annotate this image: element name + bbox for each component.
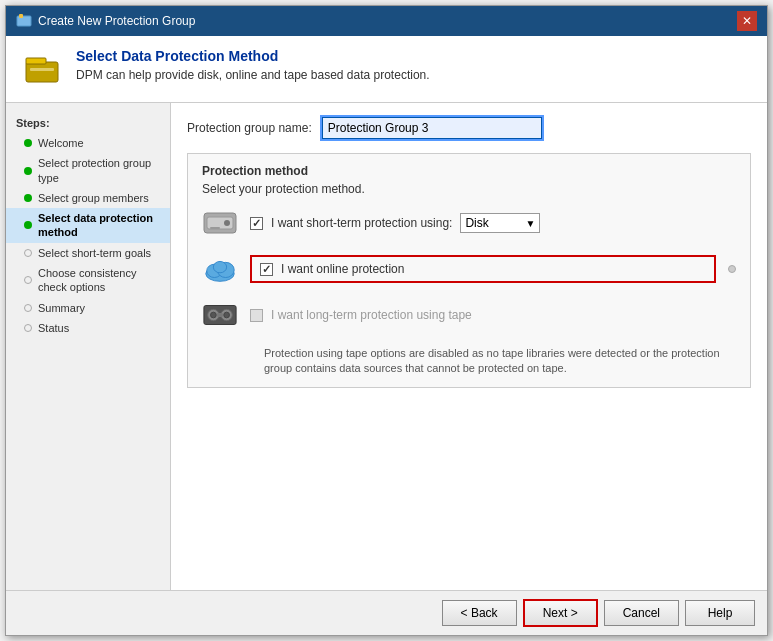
sidebar-label-select-members: Select group members	[38, 191, 160, 205]
sidebar-item-choose-consistency-check-options[interactable]: Choose consistency check options	[6, 263, 170, 298]
pm-title: Protection method	[202, 164, 736, 178]
dialog: Create New Protection Group ✕ Select Dat…	[5, 5, 768, 636]
header: Select Data Protection Method DPM can he…	[6, 36, 767, 103]
sidebar-item-status[interactable]: Status	[6, 318, 170, 338]
svg-rect-0	[17, 16, 31, 26]
protection-method-box: Protection method Select your protection…	[187, 153, 751, 388]
svg-point-15	[211, 312, 217, 318]
close-button[interactable]: ✕	[737, 11, 757, 31]
chevron-down-icon: ▼	[526, 218, 536, 229]
tape-option: I want long-term protection using tape	[202, 300, 736, 330]
dot-summary	[24, 304, 32, 312]
sidebar-label-status: Status	[38, 321, 160, 335]
tape-note: Protection using tape options are disabl…	[264, 346, 736, 377]
disk-dropdown[interactable]: Disk ▼	[460, 213, 540, 233]
main-content: Protection group name: Protection method…	[171, 103, 767, 590]
short-term-checkbox[interactable]	[250, 217, 263, 230]
short-term-option: I want short-term protection using: Disk…	[202, 208, 736, 238]
pm-subtitle: Select your protection method.	[202, 182, 736, 196]
back-button[interactable]: < Back	[442, 600, 517, 626]
form-row-group-name: Protection group name:	[187, 117, 751, 139]
sidebar-label-short-term-goals: Select short-term goals	[38, 246, 160, 260]
svg-rect-7	[224, 220, 230, 226]
header-title: Select Data Protection Method	[76, 48, 430, 64]
dot-welcome	[24, 139, 32, 147]
short-term-option-content: I want short-term protection using: Disk…	[250, 213, 736, 233]
sidebar-label-welcome: Welcome	[38, 136, 160, 150]
header-subtitle: DPM can help provide disk, online and ta…	[76, 68, 430, 82]
online-option-content: I want online protection	[250, 255, 716, 283]
short-term-label: I want short-term protection using:	[271, 216, 452, 230]
svg-point-12	[213, 261, 226, 272]
dialog-icon	[16, 13, 32, 29]
svg-point-17	[224, 312, 230, 318]
dot-select-method	[24, 221, 32, 229]
dot-short-term-goals	[24, 249, 32, 257]
svg-rect-2	[26, 62, 58, 82]
online-radio-indicator	[728, 265, 736, 273]
group-name-label: Protection group name:	[187, 121, 312, 135]
help-button[interactable]: Help	[685, 600, 755, 626]
dot-status	[24, 324, 32, 332]
svg-rect-18	[217, 313, 223, 317]
online-checkbox[interactable]	[260, 263, 273, 276]
svg-rect-4	[30, 68, 54, 71]
tape-icon	[202, 300, 238, 330]
sidebar-item-welcome[interactable]: Welcome	[6, 133, 170, 153]
header-icon	[22, 50, 62, 90]
sidebar: Steps: Welcome Select protection group t…	[6, 103, 171, 590]
online-label: I want online protection	[281, 262, 404, 276]
tape-checkbox[interactable]	[250, 309, 263, 322]
cancel-button[interactable]: Cancel	[604, 600, 679, 626]
dot-consistency	[24, 276, 32, 284]
sidebar-label-summary: Summary	[38, 301, 160, 315]
sidebar-label-consistency: Choose consistency check options	[38, 266, 160, 295]
dot-select-members	[24, 194, 32, 202]
title-bar: Create New Protection Group ✕	[6, 6, 767, 36]
content: Steps: Welcome Select protection group t…	[6, 103, 767, 590]
tape-label: I want long-term protection using tape	[271, 308, 472, 322]
tape-option-content: I want long-term protection using tape	[250, 308, 736, 322]
online-option: I want online protection	[202, 254, 736, 284]
sidebar-item-select-data-protection-method[interactable]: Select data protection method	[6, 208, 170, 243]
svg-rect-1	[19, 14, 23, 18]
cloud-icon	[202, 254, 238, 284]
title-bar-left: Create New Protection Group	[16, 13, 195, 29]
header-text: Select Data Protection Method DPM can he…	[76, 48, 430, 82]
sidebar-label-select-group-type: Select protection group type	[38, 156, 160, 185]
sidebar-item-select-protection-group-type[interactable]: Select protection group type	[6, 153, 170, 188]
next-button[interactable]: Next >	[523, 599, 598, 627]
dot-select-group-type	[24, 167, 32, 175]
footer: < Back Next > Cancel Help	[6, 590, 767, 635]
svg-rect-3	[26, 58, 46, 64]
sidebar-item-summary[interactable]: Summary	[6, 298, 170, 318]
svg-rect-8	[210, 227, 220, 229]
sidebar-item-select-group-members[interactable]: Select group members	[6, 188, 170, 208]
group-name-input[interactable]	[322, 117, 542, 139]
steps-label: Steps:	[6, 113, 170, 133]
sidebar-label-select-method: Select data protection method	[38, 211, 160, 240]
title-bar-title: Create New Protection Group	[38, 14, 195, 28]
sidebar-item-select-short-term-goals[interactable]: Select short-term goals	[6, 243, 170, 263]
disk-icon	[202, 208, 238, 238]
disk-dropdown-value: Disk	[465, 216, 488, 230]
